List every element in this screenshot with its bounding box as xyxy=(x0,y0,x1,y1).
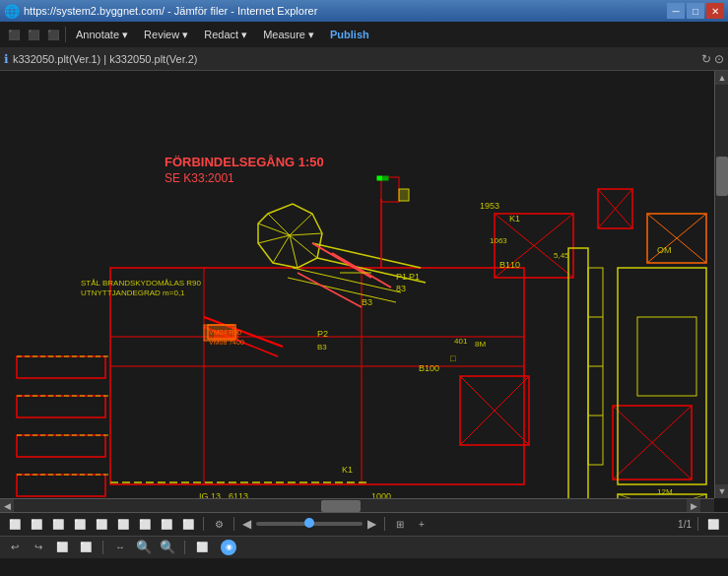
scroll-down-button[interactable]: ▼ xyxy=(715,484,728,498)
svg-text:K1: K1 xyxy=(342,465,353,475)
nav-home-icon[interactable]: ⬜ xyxy=(53,539,71,556)
horizontal-scrollbar[interactable]: ◀ ▶ xyxy=(0,498,714,512)
refresh-icon[interactable]: ↻ xyxy=(701,52,711,66)
bt-icon-8[interactable]: ⬜ xyxy=(158,515,175,533)
bt-sep-1 xyxy=(203,517,204,531)
svg-text:83: 83 xyxy=(396,284,406,293)
toolbar-icon-3[interactable]: ⬛ xyxy=(43,25,63,44)
bt-icon-fit[interactable]: ⊞ xyxy=(391,515,409,533)
address-path: k332050.plt(Ver.1) | k332050.plt(Ver.2) xyxy=(13,53,198,65)
menubar: ⬛ ⬛ ⬛ Annotate ▾ Review ▾ Redact ▾ Measu… xyxy=(0,22,728,47)
bt-icon-9[interactable]: ⬜ xyxy=(179,515,197,533)
svg-text:K1: K1 xyxy=(509,214,520,224)
bt-sep-5 xyxy=(102,541,103,554)
svg-text:B110: B110 xyxy=(499,260,520,270)
zoom-slider-thumb[interactable] xyxy=(304,518,314,528)
browser-icon: 🌐 xyxy=(4,4,20,19)
bt-icon-plus[interactable]: + xyxy=(413,515,430,533)
bt-sep-4 xyxy=(697,517,698,531)
bt-sep-6 xyxy=(184,541,185,554)
menu-review[interactable]: Review ▾ xyxy=(136,26,196,44)
nav-page-icon[interactable]: ⬜ xyxy=(77,539,95,556)
toolbar-icon-1[interactable]: ⬛ xyxy=(4,25,24,44)
scroll-thumb-h[interactable] xyxy=(321,500,361,512)
maximize-button[interactable]: □ xyxy=(687,3,704,19)
menu-measure[interactable]: Measure ▾ xyxy=(255,26,322,44)
bt-icon-5[interactable]: ⬜ xyxy=(93,515,110,533)
nav-icon-1[interactable]: ⊙ xyxy=(714,52,724,66)
svg-text:B3: B3 xyxy=(317,343,327,352)
bottombar-top: ⬜ ⬜ ⬜ ⬜ ⬜ ⬜ ⬜ ⬜ ⬜ ⚙ ◀ ▶ ⊞ + 1/1 ⬜ xyxy=(0,513,728,537)
drawing-area: B112 FÖRBINDELSEGÅNG 1:50 SE K33:2001 ST… xyxy=(0,71,728,512)
zoom-in-icon[interactable]: 🔍 xyxy=(135,539,153,556)
minimize-button[interactable]: ─ xyxy=(667,3,685,19)
close-button[interactable]: ✕ xyxy=(706,3,724,19)
svg-text:12M: 12M xyxy=(657,487,673,496)
svg-text:FÖRBINDELSEGÅNG 1:50: FÖRBINDELSEGÅNG 1:50 xyxy=(165,155,324,169)
zoom-out-icon[interactable]: 🔍 xyxy=(159,539,176,556)
nav-icons: ↻ ⊙ xyxy=(701,52,724,66)
bt-icon-7[interactable]: ⬜ xyxy=(136,515,154,533)
bottombar-bottom: ↩ ↪ ⬜ ⬜ ↔ 🔍 🔍 ⬜ ◉ xyxy=(0,537,728,559)
svg-text:B100: B100 xyxy=(419,363,439,373)
vertical-scrollbar[interactable]: ▲ ▼ xyxy=(714,71,728,498)
svg-text:P2: P2 xyxy=(317,329,328,339)
window-title: https://system2.byggnet.com/ - Jämför fi… xyxy=(24,5,317,17)
bt-icon-3[interactable]: ⬜ xyxy=(49,515,67,533)
svg-text:□: □ xyxy=(450,353,456,363)
svg-text:OM: OM xyxy=(657,245,672,255)
menu-publish[interactable]: Publish xyxy=(322,26,377,43)
nav-forward-icon[interactable]: ↪ xyxy=(30,539,47,556)
svg-rect-93 xyxy=(377,176,382,180)
addressbar: ℹ k332050.plt(Ver.1) | k332050.plt(Ver.2… xyxy=(0,47,728,71)
scroll-thumb-v[interactable] xyxy=(716,157,728,196)
svg-text:B3: B3 xyxy=(362,297,372,307)
zoom-slider-container: ◀ ▶ xyxy=(240,515,378,533)
scroll-up-button[interactable]: ▲ xyxy=(715,71,728,85)
svg-text:P1: P1 xyxy=(396,272,407,282)
slider-right-button[interactable]: ▶ xyxy=(365,515,378,533)
page-indicator: 1/1 xyxy=(678,519,692,530)
svg-text:8M: 8M xyxy=(475,340,486,349)
toolbar-icon-2[interactable]: ⬛ xyxy=(24,25,43,44)
bt-sep-2 xyxy=(233,517,234,531)
drawing-svg: B112 FÖRBINDELSEGÅNG 1:50 SE K33:2001 ST… xyxy=(0,71,728,512)
select-icon[interactable]: ⬜ xyxy=(193,539,211,556)
slider-left-button[interactable]: ◀ xyxy=(240,515,253,533)
bottombar: ⬜ ⬜ ⬜ ⬜ ⬜ ⬜ ⬜ ⬜ ⬜ ⚙ ◀ ▶ ⊞ + 1/1 ⬜ ↩ ↪ ⬜ … xyxy=(0,512,728,558)
window-controls: ─ □ ✕ xyxy=(667,3,724,19)
svg-text:VM08 7400: VM08 7400 xyxy=(209,339,244,346)
svg-text:STÅL BRANDSKYDOMÅLAS R90: STÅL BRANDSKYDOMÅLAS R90 xyxy=(81,279,202,288)
titlebar-left: 🌐 https://system2.byggnet.com/ - Jämför … xyxy=(4,4,317,19)
svg-text:UTNYTTJANDEGRAD m=0,1: UTNYTTJANDEGRAD m=0,1 xyxy=(81,288,185,297)
svg-rect-94 xyxy=(383,176,388,180)
svg-text:VM04 R90: VM04 R90 xyxy=(209,329,241,336)
menu-separator-1 xyxy=(65,27,66,42)
scroll-left-button[interactable]: ◀ xyxy=(0,499,14,513)
titlebar: 🌐 https://system2.byggnet.com/ - Jämför … xyxy=(0,0,728,22)
svg-rect-92 xyxy=(399,189,409,201)
toggle-indicator: ◉ xyxy=(221,540,236,555)
pan-icon[interactable]: ↔ xyxy=(111,539,129,556)
svg-text:1953: 1953 xyxy=(480,201,499,211)
svg-text:P1: P1 xyxy=(409,272,420,282)
toggle-circle[interactable]: ◉ xyxy=(221,540,236,555)
bt-icon-4[interactable]: ⬜ xyxy=(71,515,89,533)
zoom-slider-track[interactable] xyxy=(256,522,363,526)
scroll-right-button[interactable]: ▶ xyxy=(687,499,700,513)
bt-icon-settings[interactable]: ⚙ xyxy=(210,515,228,533)
bt-icon-2[interactable]: ⬜ xyxy=(28,515,45,533)
svg-text:1063: 1063 xyxy=(490,236,507,245)
bt-icon-right-1[interactable]: ⬜ xyxy=(704,515,722,533)
bt-icon-6[interactable]: ⬜ xyxy=(114,515,132,533)
svg-text:401: 401 xyxy=(454,337,468,346)
nav-back-icon[interactable]: ↩ xyxy=(6,539,24,556)
svg-text:SE K33:2001: SE K33:2001 xyxy=(165,171,234,185)
bt-icon-1[interactable]: ⬜ xyxy=(6,515,24,533)
svg-text:5,45: 5,45 xyxy=(554,251,569,260)
address-icon: ℹ xyxy=(4,52,9,66)
bt-sep-3 xyxy=(384,517,385,531)
menu-redact[interactable]: Redact ▾ xyxy=(196,26,255,44)
menu-annotate[interactable]: Annotate ▾ xyxy=(68,26,136,44)
